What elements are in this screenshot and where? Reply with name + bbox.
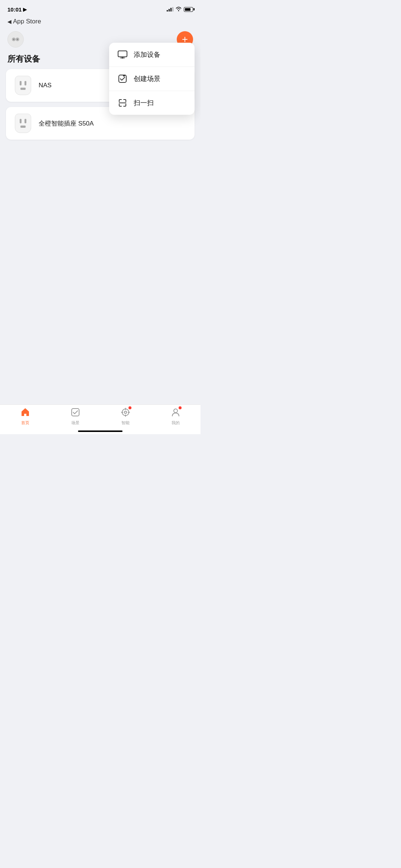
location-icon: ▶ <box>23 7 27 12</box>
dropdown-item-create-scene[interactable]: 创建场景 <box>109 67 195 91</box>
dropdown-item-scan[interactable]: 扫一扫 <box>109 91 195 115</box>
status-time: 10:01 ▶ <box>7 6 27 13</box>
svg-point-13 <box>124 411 127 413</box>
tab-smart-label: 智能 <box>121 420 130 426</box>
device-name-nas: NAS <box>39 82 52 89</box>
home-indicator <box>78 430 123 432</box>
svg-point-3 <box>17 39 18 40</box>
status-bar: 10:01 ▶ <box>0 0 200 16</box>
tab-home-label: 首页 <box>21 420 29 426</box>
tab-scene[interactable]: 场景 <box>50 405 100 428</box>
status-icons <box>167 7 193 12</box>
mine-badge <box>179 406 182 409</box>
tab-bar: 首页 场景 智能 <box>0 404 200 434</box>
create-scene-label: 创建场景 <box>134 74 160 83</box>
battery-icon <box>184 7 193 12</box>
device-icon-nas <box>13 76 33 95</box>
home-icon <box>20 407 30 419</box>
scan-icon <box>117 98 128 108</box>
tab-scene-label: 场景 <box>71 420 79 426</box>
dropdown-menu: 添加设备 创建场景 扫一扫 <box>109 43 195 115</box>
tab-home[interactable]: 首页 <box>0 405 50 428</box>
create-scene-icon <box>117 74 128 84</box>
device-name-s50a: 全橙智能插座 S50A <box>39 119 94 128</box>
tab-smart[interactable]: 智能 <box>100 405 150 428</box>
nav-back[interactable]: ◀ App Store <box>0 16 200 28</box>
add-device-icon <box>117 49 128 60</box>
device-icon-s50a <box>13 114 33 133</box>
svg-rect-4 <box>118 51 127 57</box>
svg-point-18 <box>174 409 177 413</box>
tab-mine-label: 我的 <box>172 420 180 426</box>
smart-badge <box>128 406 131 409</box>
svg-point-2 <box>13 39 14 40</box>
back-label: App Store <box>13 18 41 25</box>
scene-icon <box>71 407 80 419</box>
dropdown-item-add-device[interactable]: 添加设备 <box>109 43 195 67</box>
back-arrow-icon: ◀ <box>7 19 12 25</box>
add-device-label: 添加设备 <box>134 50 160 59</box>
scan-label: 扫一扫 <box>134 98 154 107</box>
tab-mine[interactable]: 我的 <box>150 405 200 428</box>
avatar[interactable] <box>7 31 24 48</box>
wifi-icon <box>176 7 182 12</box>
signal-icon <box>167 7 173 12</box>
